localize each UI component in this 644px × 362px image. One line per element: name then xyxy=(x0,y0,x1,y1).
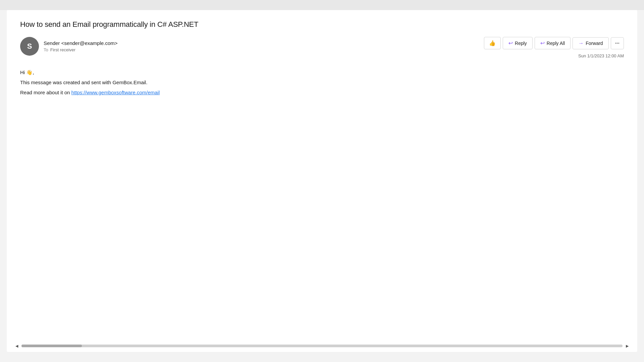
action-buttons: 👍 ↩ Reply ↩ Reply All → Forward ··· xyxy=(484,37,624,58)
email-timestamp: Sun 1/1/2023 12:00 AM xyxy=(578,53,624,58)
email-link[interactable]: https://www.gemboxsoftware.com/email xyxy=(71,90,160,95)
email-line1: This message was created and sent with G… xyxy=(20,79,624,87)
reply-all-button[interactable]: ↩ Reply All xyxy=(535,37,571,49)
sender-details: Sender <sender@example.com> To First rec… xyxy=(44,40,117,52)
forward-label: Forward xyxy=(586,41,603,46)
reply-all-icon: ↩ xyxy=(540,40,545,46)
email-panel: How to send an Email programmatically in… xyxy=(7,10,637,352)
to-recipient: First receiver xyxy=(50,47,76,52)
scroll-left-arrow[interactable]: ◀ xyxy=(13,344,20,348)
email-greeting: Hi 👋, xyxy=(20,68,624,76)
sender-name: Sender <sender@example.com> xyxy=(44,40,117,46)
like-button[interactable]: 👍 xyxy=(484,37,501,49)
email-body: Hi 👋, This message was created and sent … xyxy=(20,68,624,97)
sender-info: S Sender <sender@example.com> To First r… xyxy=(20,37,117,56)
more-actions-button[interactable]: ··· xyxy=(611,37,624,49)
scroll-track[interactable] xyxy=(21,345,623,347)
email-header: S Sender <sender@example.com> To First r… xyxy=(20,37,624,58)
scroll-thumb[interactable] xyxy=(21,345,82,347)
horizontal-scrollbar[interactable]: ◀ ▶ xyxy=(7,343,637,349)
forward-icon: → xyxy=(578,40,584,46)
scroll-right-arrow[interactable]: ▶ xyxy=(624,344,631,348)
reply-label: Reply xyxy=(515,41,527,46)
to-label: To xyxy=(44,47,48,52)
sender-to-row: To First receiver xyxy=(44,47,117,52)
reply-button[interactable]: ↩ Reply xyxy=(503,37,533,49)
email-line2: Read more about it on https://www.gembox… xyxy=(20,89,624,97)
buttons-row: 👍 ↩ Reply ↩ Reply All → Forward ··· xyxy=(484,37,624,49)
reply-icon: ↩ xyxy=(508,40,513,46)
avatar: S xyxy=(20,37,39,56)
reply-all-label: Reply All xyxy=(547,41,565,46)
email-line2-prefix: Read more about it on xyxy=(20,90,71,95)
email-subject: How to send an Email programmatically in… xyxy=(20,20,624,29)
forward-button[interactable]: → Forward xyxy=(573,37,608,49)
app-window: ··· ✕ How to send an Email programmatica… xyxy=(0,10,644,362)
